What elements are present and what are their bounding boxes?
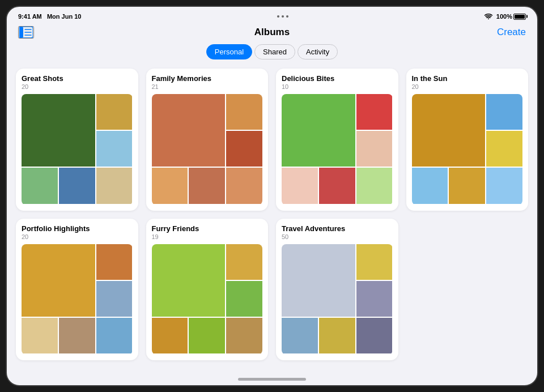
photo-cell (356, 131, 393, 167)
album-grid-row2: Portfolio Highlights 20 Furry Friends 19 (16, 219, 528, 361)
album-count: 10 (282, 83, 393, 90)
album-count: 19 (152, 233, 263, 240)
photo-grid (22, 94, 133, 205)
photo-cell (356, 94, 393, 130)
empty-slot (406, 219, 529, 361)
status-time: 9:41 AM (18, 13, 42, 20)
photo-cell (152, 244, 226, 317)
tab-bar: Personal Shared Activity (16, 44, 528, 59)
album-title: Portfolio Highlights (22, 224, 133, 233)
photo-grid (22, 244, 133, 355)
photo-grid (282, 244, 393, 355)
battery-fill (515, 15, 525, 19)
photo-grid (152, 94, 263, 205)
photo-cell (226, 131, 262, 167)
photo-grid (412, 94, 523, 205)
photo-cell (59, 168, 95, 203)
photo-cell (412, 94, 486, 167)
album-title: Family Memories (152, 74, 263, 83)
album-family-memories[interactable]: Family Memories 21 (146, 69, 269, 211)
photo-cell (282, 244, 355, 317)
photo-cell (59, 318, 95, 353)
album-grid-row1: Great Shots 20 Family Memories 21 (16, 69, 528, 211)
photo-grid (152, 244, 263, 355)
status-bar: 9:41 AM Mon Jun 10 100% (7, 7, 537, 24)
photo-cell (449, 168, 485, 203)
photo-cell (22, 94, 95, 167)
album-count: 20 (412, 83, 523, 90)
photo-cell (96, 318, 133, 353)
photo-cell (22, 318, 58, 353)
sidebar-toggle-button[interactable] (18, 26, 34, 39)
photo-cell (152, 168, 188, 203)
svg-point-0 (488, 18, 489, 19)
photo-cell (356, 318, 393, 353)
tab-shared[interactable]: Shared (254, 44, 295, 59)
header: Albums Create (16, 24, 528, 44)
photo-cell (226, 94, 262, 130)
photo-cell (22, 168, 58, 203)
photo-cell (319, 318, 355, 353)
photo-cell (282, 168, 318, 203)
photo-cell (282, 318, 318, 353)
status-time-date: 9:41 AM Mon Jun 10 (18, 13, 81, 20)
status-right: 100% (484, 13, 526, 20)
album-furry-friends[interactable]: Furry Friends 19 (146, 219, 269, 361)
photo-cell (226, 281, 262, 317)
album-title: Delicious Bites (282, 74, 393, 83)
photo-cell (96, 168, 133, 203)
album-title: Travel Adventures (282, 224, 393, 233)
photo-cell (356, 168, 393, 203)
status-dots (277, 15, 288, 18)
photo-cell (152, 318, 188, 353)
photo-cell (226, 244, 262, 280)
status-date: Mon Jun 10 (47, 13, 82, 20)
dot-2 (282, 15, 284, 18)
photo-cell (226, 168, 262, 203)
photo-cell (412, 168, 448, 203)
photo-cell (319, 168, 355, 203)
album-in-the-sun[interactable]: In the Sun 20 (406, 69, 529, 211)
home-indicator (238, 378, 306, 381)
photo-cell (356, 244, 393, 280)
create-button[interactable]: Create (497, 27, 526, 38)
album-travel-adventures[interactable]: Travel Adventures 50 (276, 219, 398, 361)
battery-indicator: 100% (496, 13, 526, 20)
photo-cell (96, 94, 133, 130)
main-content: Albums Create Personal Shared Activity G… (7, 24, 537, 360)
photo-cell (152, 94, 226, 167)
album-title: Furry Friends (152, 224, 263, 233)
photo-cell (486, 131, 522, 167)
wifi-icon (484, 13, 493, 20)
dot-1 (277, 15, 279, 18)
photo-cell (356, 281, 393, 317)
photo-cell (96, 131, 133, 167)
dot-3 (286, 15, 288, 18)
photo-cell (22, 244, 95, 317)
album-count: 20 (22, 233, 133, 240)
album-delicious-bites[interactable]: Delicious Bites 10 (276, 69, 398, 211)
battery-percent: 100% (496, 13, 512, 20)
page-title: Albums (254, 27, 290, 38)
svg-rect-2 (19, 27, 23, 38)
album-title: Great Shots (22, 74, 133, 83)
photo-cell (96, 281, 133, 317)
photo-cell (189, 318, 225, 353)
photo-cell (189, 168, 225, 203)
photo-cell (226, 318, 262, 353)
tab-activity[interactable]: Activity (298, 44, 338, 59)
photo-cell (96, 244, 133, 280)
tab-personal[interactable]: Personal (206, 44, 252, 59)
album-portfolio-highlights[interactable]: Portfolio Highlights 20 (16, 219, 138, 361)
album-count: 21 (152, 83, 263, 90)
battery-bar (513, 14, 526, 20)
album-title: In the Sun (412, 74, 523, 83)
photo-cell (282, 94, 355, 167)
photo-cell (486, 168, 522, 203)
album-great-shots[interactable]: Great Shots 20 (16, 69, 138, 211)
album-count: 50 (282, 233, 393, 240)
ipad-frame: 9:41 AM Mon Jun 10 100% (6, 6, 538, 386)
photo-cell (486, 94, 522, 130)
photo-grid (282, 94, 393, 205)
album-count: 20 (22, 83, 133, 90)
